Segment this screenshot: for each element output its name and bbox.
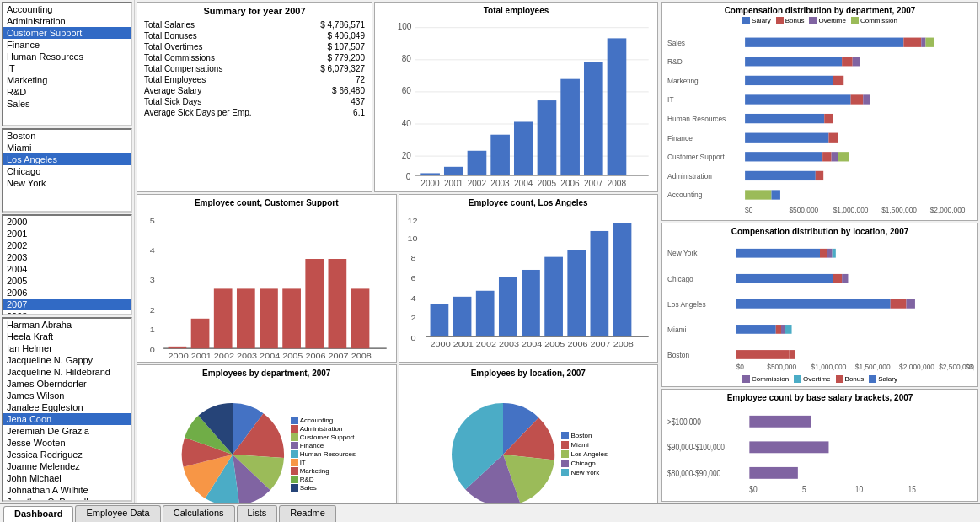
list-item[interactable]: Los Angeles [3,153,131,165]
list-item[interactable]: IT [3,62,131,74]
comp-loc-chart: New York Chicago Los Angeles Miami Bosto… [666,238,974,374]
svg-rect-93 [925,38,934,47]
svg-text:2002: 2002 [214,352,234,358]
svg-rect-150 [749,416,811,428]
svg-rect-37 [169,347,187,348]
svg-rect-41 [260,289,278,349]
list-item[interactable]: Johnathan A Wilhite [3,484,131,496]
svg-rect-100 [851,94,864,104]
svg-text:4: 4 [150,246,155,255]
list-item[interactable]: Jessica Rodriguez [3,449,131,460]
svg-text:10: 10 [855,484,864,494]
list-item[interactable]: 2006 [3,287,131,299]
summary-row: Total Sick Days437 [141,96,368,107]
svg-rect-110 [745,171,816,180]
comp-dept-chart: Sales R&D Marketing IT Human Resources F… [666,26,974,217]
svg-text:2: 2 [150,306,155,315]
employee-list[interactable]: Harman AbrahaHeela KraftIan HelmerJacque… [2,317,132,502]
tab-calculations[interactable]: Calculations [163,505,235,522]
tab-dashboard[interactable]: Dashboard [3,506,73,522]
list-item[interactable]: Finance [3,39,131,51]
svg-rect-104 [745,133,828,143]
list-item[interactable]: Administration [3,15,131,27]
svg-text:0: 0 [406,172,411,181]
list-item[interactable]: Jacqueline N. Gappy [3,354,131,366]
city-list[interactable]: BostonMiamiLos AngelesChicagoNew York [2,128,132,213]
list-item[interactable]: 2007 [3,299,131,310]
svg-rect-109 [838,152,849,161]
svg-text:12: 12 [407,216,417,224]
tab-lists[interactable]: Lists [237,505,278,522]
svg-text:Sales: Sales [667,38,686,46]
list-item[interactable]: Jeremiah De Grazia [3,425,131,437]
list-item[interactable]: Jena Coon [3,413,131,425]
list-item[interactable]: R&D [3,86,131,98]
list-item[interactable]: 2005 [3,275,131,287]
list-item[interactable]: Marketing [3,74,131,86]
svg-rect-151 [749,441,828,453]
svg-rect-66 [498,277,517,336]
list-item[interactable]: 2001 [3,228,131,239]
svg-text:$0: $0 [749,484,758,494]
list-item[interactable]: Miami [3,142,131,153]
svg-rect-128 [736,274,833,283]
list-item[interactable]: Customer Support [3,27,131,39]
list-item[interactable]: Jesse Wooten [3,437,131,449]
list-item[interactable]: Sales [3,98,131,110]
list-item[interactable]: Harman Abraha [3,319,131,331]
list-item[interactable]: Janalee Eggleston [3,401,131,413]
svg-text:2007: 2007 [584,179,603,188]
svg-text:2004: 2004 [260,352,280,358]
list-item[interactable]: Ian Helmer [3,342,131,354]
svg-text:New York: New York [667,249,698,257]
list-item[interactable]: 2000 [3,216,131,228]
list-item[interactable]: Heela Kraft [3,331,131,342]
svg-text:4: 4 [410,293,415,302]
list-item[interactable]: 2008 [3,310,131,315]
svg-text:2008: 2008 [613,340,633,348]
list-item[interactable]: John Michael [3,472,131,484]
list-item[interactable]: Jacqueline N. Hildebrand [3,366,131,378]
tab-employee-data[interactable]: Employee Data [75,505,160,522]
svg-text:Finance: Finance [667,133,693,142]
svg-rect-63 [430,304,448,336]
svg-text:>$100,000: >$100,000 [667,417,701,427]
cs-chart: 5 4 3 2 1 0 [141,209,393,358]
list-item[interactable]: New York [3,177,131,189]
list-item[interactable]: Boston [3,130,131,142]
list-item[interactable]: James Oberndorfer [3,378,131,390]
list-item[interactable]: 2004 [3,263,131,275]
svg-rect-106 [745,152,822,161]
svg-rect-65 [475,291,494,336]
list-item[interactable]: Joanne Melendez [3,460,131,472]
list-item[interactable]: Accounting [3,3,131,15]
svg-rect-102 [745,114,824,123]
svg-text:100: 100 [398,22,412,31]
list-item[interactable]: Human Resources [3,51,131,62]
svg-rect-108 [832,152,838,161]
dept-pie-title: Employees by department, 2007 [141,369,393,378]
list-item[interactable]: James Wilson [3,390,131,401]
year-list[interactable]: 200020012002200320042005200620072008 [2,214,132,315]
department-list[interactable]: AccountingAdministrationCustomer Support… [2,2,132,126]
svg-text:$2,000,000: $2,000,000 [930,206,966,214]
list-item[interactable]: 2002 [3,239,131,251]
svg-text:$500,000: $500,000 [767,363,796,371]
svg-rect-44 [329,259,347,348]
svg-rect-137 [785,325,791,334]
svg-rect-18 [560,79,580,175]
svg-text:8: 8 [410,254,415,262]
svg-rect-111 [816,171,823,180]
svg-rect-20 [608,38,627,175]
svg-text:5: 5 [802,484,806,494]
svg-rect-98 [833,76,844,85]
svg-rect-131 [736,299,891,309]
summary-row: Average Sick Days per Emp.6.1 [141,107,368,118]
list-item[interactable]: Jonathan C. Parnell [3,496,131,502]
svg-text:2000: 2000 [430,340,450,348]
list-item[interactable]: 2003 [3,251,131,263]
total-employees-chart: 100 80 60 40 20 0 [378,17,654,188]
tab-readme[interactable]: Readme [279,505,336,522]
charts-row3: Employees by department, 2007 [137,364,658,503]
list-item[interactable]: Chicago [3,165,131,177]
